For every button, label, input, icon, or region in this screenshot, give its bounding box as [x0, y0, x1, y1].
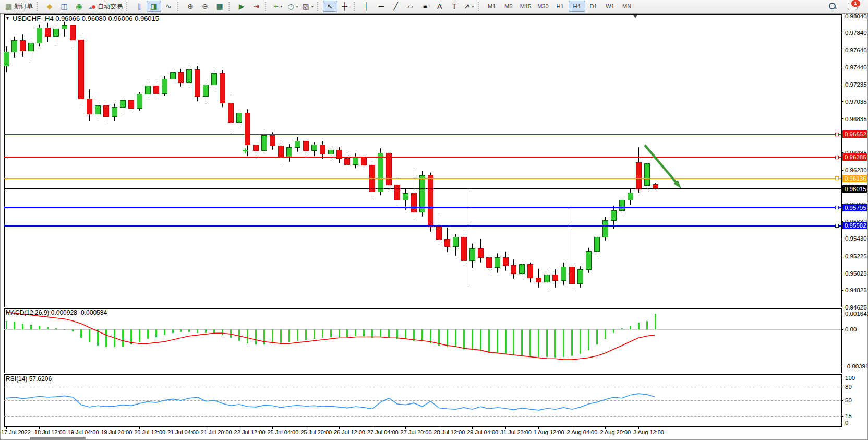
- rsi-tick-label: 100: [845, 375, 855, 381]
- macd-bar: [205, 329, 207, 333]
- time-tick-label: 20 Jul 12:00: [134, 429, 165, 435]
- macd-bar: [521, 329, 523, 355]
- line-chart-button[interactable]: ∿: [161, 1, 176, 12]
- line-end-marker[interactable]: [835, 177, 838, 180]
- signals-icon: ◉: [76, 2, 82, 10]
- horizontal-scrollbar[interactable]: [30, 437, 86, 440]
- macd-bar: [346, 329, 348, 337]
- candle: [378, 148, 383, 195]
- price-tick-label: 0.97440: [845, 64, 867, 70]
- tf-m1-button[interactable]: M1: [484, 1, 500, 12]
- horizontal-line-button[interactable]: ─: [374, 1, 389, 12]
- time-tick-label: 1 Aug 12:00: [534, 429, 564, 435]
- macd-bar: [55, 328, 57, 329]
- text-button[interactable]: A: [432, 1, 447, 12]
- macd-bar: [314, 329, 315, 339]
- tf-h4-button[interactable]: H4: [569, 1, 585, 12]
- candle: [428, 173, 433, 232]
- candle: [586, 248, 592, 272]
- macd-bar: [563, 329, 564, 357]
- cursor-button[interactable]: ↖: [323, 1, 337, 12]
- auto-scroll-button[interactable]: ▶: [234, 1, 249, 12]
- macd-bar: [222, 329, 223, 335]
- bar-chart-button[interactable]: ∥: [132, 1, 147, 12]
- macd-bar: [421, 329, 423, 341]
- macd-bar: [322, 329, 323, 338]
- template-button[interactable]: ▧▾: [300, 1, 315, 12]
- tf-d1-button[interactable]: D1: [585, 1, 602, 12]
- price-tick-label: 0.96230: [845, 167, 867, 173]
- line-end-marker[interactable]: [835, 156, 838, 159]
- vertical-line-icon: │: [364, 2, 369, 10]
- macd-bar: [380, 329, 381, 337]
- fibonacci-button[interactable]: ≡: [418, 1, 432, 12]
- time-tick-label: 26 Jul 12:00: [334, 429, 365, 435]
- tf-m30-button[interactable]: M30: [534, 1, 551, 12]
- zoom-in-button[interactable]: ⊕: [183, 1, 198, 12]
- price-label-text: 0.96015: [845, 186, 866, 192]
- macd-bar: [447, 329, 448, 347]
- tf-m5-button[interactable]: M5: [500, 1, 517, 12]
- toolbar: ▤新订单◆◫◉☁自动交易∥◨∿⊕⊖▦▶⇥+▾◷▾▧▾↖┼│─╱▱≡AT↗▾M1M…: [0, 0, 868, 13]
- chat-button[interactable]: 1: [845, 1, 860, 12]
- market-watch-icon: ◆: [47, 2, 53, 10]
- line-end-marker[interactable]: [835, 133, 838, 136]
- zoom-out-button[interactable]: ⊖: [198, 1, 212, 12]
- candle: [644, 162, 649, 190]
- template-icon: ▧: [302, 2, 309, 10]
- tf-h1-button[interactable]: H1: [552, 1, 569, 12]
- text-label-button[interactable]: T: [447, 1, 462, 12]
- macd-bar: [255, 329, 257, 344]
- macd-bar: [621, 328, 623, 329]
- time-tick-label: 31 Jul 23:00: [500, 429, 532, 435]
- time-tick-label: 29 Jul 04:00: [467, 429, 498, 435]
- macd-bar: [505, 329, 507, 354]
- macd-bar: [89, 329, 90, 342]
- toolbar-separator: [354, 2, 357, 11]
- search-icon: [828, 2, 837, 10]
- trendline-icon: ╱: [394, 2, 398, 10]
- time-tick-label: 25 Jul 20:00: [300, 429, 332, 435]
- line-end-marker[interactable]: [835, 224, 838, 227]
- toolbar-separator: [317, 2, 320, 11]
- tf-m15-button[interactable]: M15: [517, 1, 534, 12]
- channel-button[interactable]: ▱: [403, 1, 418, 12]
- market-watch-button[interactable]: ◆: [42, 1, 57, 12]
- channel-icon: ▱: [407, 2, 413, 10]
- toolbar-separator: [228, 2, 232, 11]
- macd-bar: [213, 329, 215, 333]
- signals-button[interactable]: ◉: [71, 1, 86, 12]
- vertical-line-button[interactable]: │: [359, 1, 374, 12]
- new-order-button[interactable]: ▤新订单: [3, 1, 35, 12]
- crosshair-button[interactable]: ┼: [337, 1, 352, 12]
- add-indicator-icon: +: [274, 2, 278, 10]
- toolbar-right: 1: [825, 1, 865, 12]
- chevron-down-icon: ▾: [311, 4, 314, 9]
- crosshair-icon: ┼: [342, 2, 347, 10]
- tf-w1-button[interactable]: W1: [602, 1, 619, 12]
- chart-shift-button[interactable]: ⇥: [249, 1, 263, 12]
- macd-bar: [455, 329, 456, 347]
- navigator-icon: ◫: [61, 2, 68, 10]
- arrows-button[interactable]: ↗▾: [462, 1, 476, 12]
- tile-windows-button[interactable]: ▦: [212, 1, 227, 12]
- macd-bar: [388, 329, 390, 338]
- period-button[interactable]: ◷▾: [285, 1, 300, 12]
- chat-icon: 1: [848, 3, 858, 10]
- macd-bar: [72, 329, 74, 331]
- search-button[interactable]: [825, 1, 840, 12]
- macd-bar: [230, 329, 232, 338]
- autotrade-button[interactable]: ☁自动交易: [86, 1, 125, 12]
- symbol-menu-icon[interactable]: ▼: [5, 16, 10, 21]
- navigator-button[interactable]: ◫: [57, 1, 71, 12]
- macd-bar: [355, 329, 356, 336]
- tf-mn-button[interactable]: MN: [619, 1, 635, 12]
- line-end-marker[interactable]: [835, 206, 838, 209]
- macd-bar: [105, 329, 107, 347]
- candlestick-chart-button[interactable]: ◨: [147, 1, 161, 12]
- macd-bar: [180, 329, 182, 332]
- toolbar-separator: [126, 2, 129, 11]
- trendline-button[interactable]: ╱: [389, 1, 403, 12]
- macd-bar: [155, 329, 157, 337]
- add-indicator-button[interactable]: +▾: [271, 1, 285, 12]
